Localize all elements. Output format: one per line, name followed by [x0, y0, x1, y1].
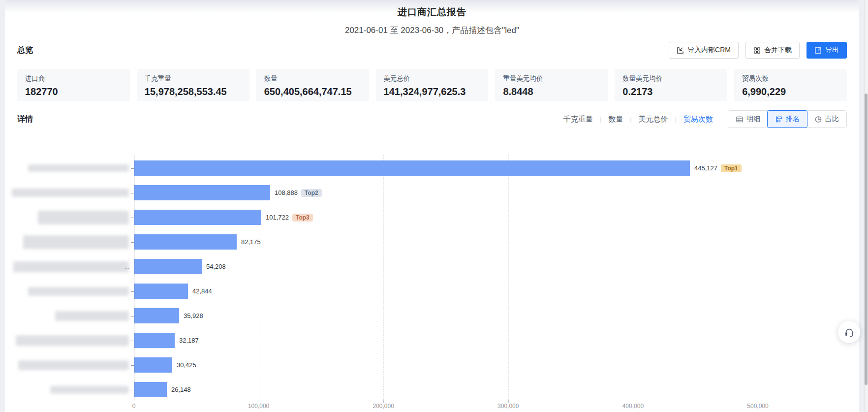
bar-value-label: 30,425 — [177, 361, 196, 369]
chart-gridline — [508, 155, 509, 400]
bar-value-row-7: 35,928 — [184, 308, 203, 323]
bar-value-label: 108,888 — [275, 189, 298, 196]
bar-row-1[interactable] — [134, 160, 690, 176]
label-ellipsis: ... — [124, 263, 129, 270]
redacted-importer-name — [38, 211, 129, 224]
bar-value-row-10: 26,148 — [171, 382, 191, 397]
bar-row-7[interactable] — [134, 308, 179, 323]
y-axis-tick — [131, 242, 134, 243]
y-axis-tick — [131, 168, 134, 169]
scrollbar-thumb[interactable] — [865, 94, 868, 385]
bar-value-row-5: 54,208 — [206, 259, 226, 274]
redacted-importer-name — [28, 287, 129, 296]
bar-value-row-3: 101,722Top3 — [266, 210, 313, 225]
bar-value-label: 35,928 — [184, 312, 203, 319]
redacted-importer-name — [50, 386, 129, 394]
bar-value-row-9: 30,425 — [177, 357, 196, 373]
bar-row-2[interactable] — [134, 185, 270, 200]
x-axis-label: 200,000 — [364, 403, 403, 410]
bar-value-label: 42,844 — [192, 287, 212, 295]
ranking-icon — [775, 116, 783, 123]
bar-row-9[interactable] — [134, 357, 172, 373]
y-axis-tick — [131, 193, 134, 193]
redacted-importer-name — [12, 189, 129, 197]
bar-value-label: 82,175 — [241, 238, 261, 246]
headset-icon — [844, 327, 855, 338]
redacted-importer-name — [55, 311, 129, 321]
bar-value-row-2: 108,888Top2 — [275, 185, 322, 200]
rank-badge-top3: Top3 — [292, 214, 313, 222]
redacted-importer-name — [16, 335, 129, 346]
y-axis-tick — [131, 341, 134, 341]
ranking-bar-chart: 0100,000200,000300,000400,000500,000445,… — [5, 0, 859, 412]
redacted-importer-name — [13, 261, 129, 272]
bar-row-10[interactable] — [134, 382, 167, 397]
redacted-importer-name — [23, 235, 129, 249]
bar-value-row-1: 445,127Top1 — [694, 160, 742, 176]
chart-gridline — [383, 155, 384, 400]
rank-badge-top2: Top2 — [301, 189, 322, 197]
bar-row-5[interactable] — [134, 259, 202, 274]
x-axis-label: 400,000 — [613, 403, 652, 410]
y-axis-tick — [131, 316, 134, 317]
view-mode-ranking-label: 排名 — [786, 115, 800, 124]
y-axis-tick — [131, 365, 134, 366]
y-axis-tick — [131, 267, 134, 267]
chart-gridline — [758, 155, 758, 400]
redacted-importer-name — [18, 360, 129, 370]
report-page: 进口商汇总报告 2021-06-01 至 2023-06-30，产品描述包含"l… — [5, 0, 859, 412]
bar-value-label: 32,187 — [179, 337, 199, 344]
x-axis-label: 100,000 — [239, 403, 279, 410]
bar-row-6[interactable] — [134, 284, 188, 299]
bar-row-3[interactable] — [134, 210, 261, 225]
bar-value-row-6: 42,844 — [192, 284, 212, 299]
bar-value-row-8: 32,187 — [179, 333, 199, 348]
redacted-importer-name — [28, 164, 129, 172]
x-axis-label: 500,000 — [738, 403, 777, 410]
y-axis-tick — [131, 218, 134, 218]
help-button[interactable] — [838, 321, 860, 343]
chart-gridline — [633, 155, 633, 400]
bar-value-label: 445,127 — [694, 164, 717, 172]
rank-badge-top1: Top1 — [721, 164, 742, 172]
view-mode-ranking-button[interactable]: 排名 — [767, 110, 807, 128]
y-axis-tick — [131, 291, 134, 292]
bar-value-label: 26,148 — [171, 386, 191, 393]
x-axis-label: 0 — [114, 403, 154, 410]
bar-row-8[interactable] — [134, 333, 175, 348]
y-axis-tick — [131, 390, 134, 390]
bar-value-row-4: 82,175 — [241, 234, 261, 250]
bar-value-label: 101,722 — [266, 214, 289, 221]
bar-row-4[interactable] — [134, 234, 237, 250]
scrollbar-track[interactable] — [864, 0, 868, 412]
x-axis-label: 300,000 — [489, 403, 528, 410]
bar-value-label: 54,208 — [206, 263, 226, 270]
